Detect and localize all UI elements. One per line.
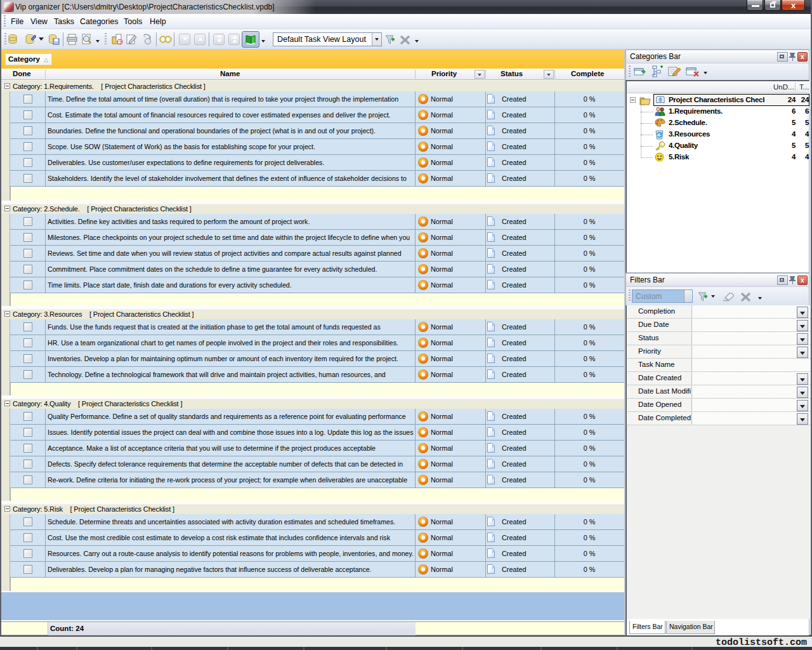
svg-text:?: ? [119,39,122,45]
